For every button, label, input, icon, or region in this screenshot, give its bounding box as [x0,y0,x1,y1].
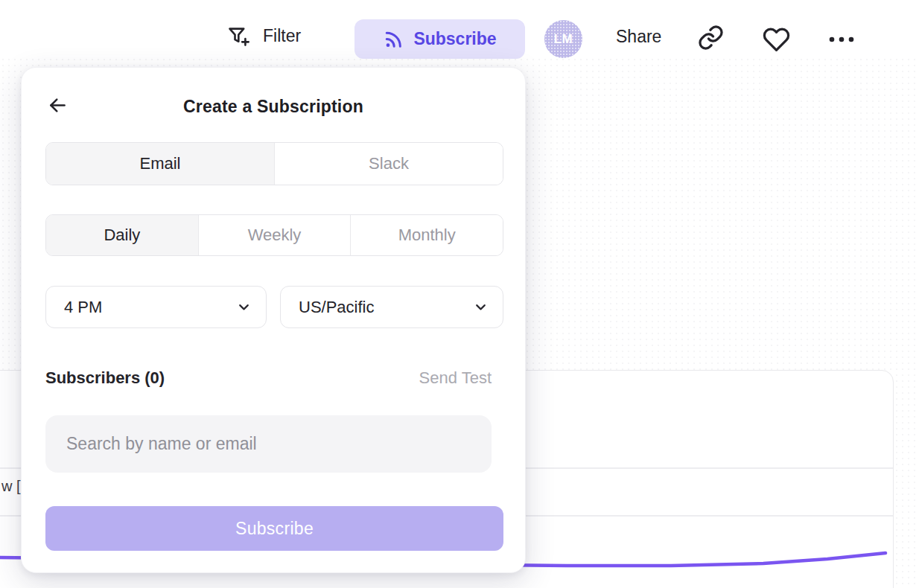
tab-slack[interactable]: Slack [274,143,503,185]
favorite-button[interactable] [763,25,790,55]
timezone-select-value: US/Pacific [299,298,374,317]
chevron-down-icon [472,298,489,316]
tab-email[interactable]: Email [46,143,274,185]
tab-daily[interactable]: Daily [46,215,198,255]
subscribe-label: Subscribe [413,29,496,49]
subscribe-submit-button[interactable]: Subscribe [45,506,503,551]
filter-plus-icon [226,24,250,48]
share-button[interactable]: Share [616,27,661,47]
subscribers-row: Subscribers (0) Send Test [45,368,492,388]
avatar[interactable]: LM [544,20,582,58]
send-test-button[interactable]: Send Test [419,368,492,388]
timezone-select[interactable]: US/Pacific [280,286,503,328]
tab-monthly[interactable]: Monthly [350,215,503,255]
tab-weekly[interactable]: Weekly [198,215,351,255]
channel-segmented-control: Email Slack [45,142,503,185]
time-select[interactable]: 4 PM [45,286,267,328]
chevron-down-icon [235,298,252,316]
copy-link-button[interactable] [697,24,725,54]
rss-icon [383,29,404,50]
filter-button[interactable]: Filter [226,22,301,50]
dialog-title: Create a Subscription [22,97,525,117]
ellipsis-icon [827,35,856,44]
link-icon [697,24,725,51]
avatar-initials: LM [554,32,573,47]
overflow-menu-button[interactable] [827,33,856,47]
heart-icon [763,25,790,52]
create-subscription-dialog: Create a Subscription Email Slack Daily … [21,67,526,573]
subscriber-search-input[interactable] [45,415,492,473]
filter-label: Filter [263,26,301,46]
subscribe-button[interactable]: Subscribe [354,19,525,59]
frequency-segmented-control: Daily Weekly Monthly [45,214,503,256]
clipped-text-fragment: w [ [1,478,21,495]
subscribers-count-label: Subscribers (0) [45,368,165,388]
toolbar: Filter Subscribe LM Share [0,0,919,60]
time-select-value: 4 PM [64,298,102,317]
